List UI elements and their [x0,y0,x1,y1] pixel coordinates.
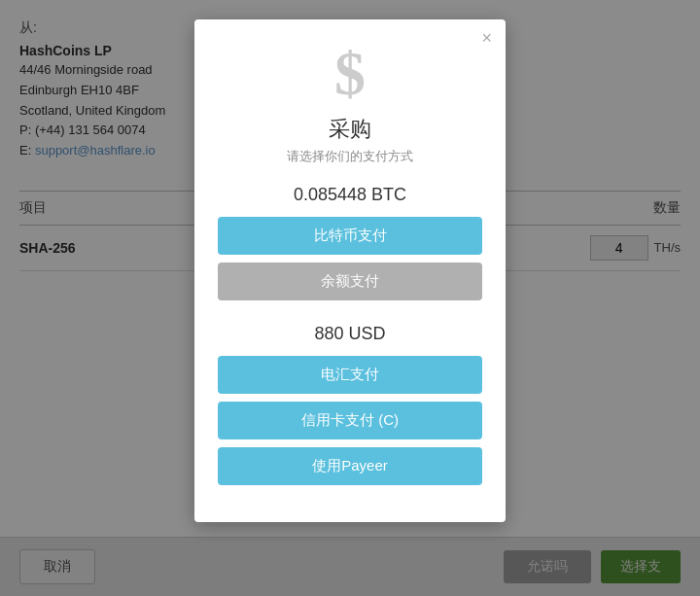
modal-subtitle: 请选择你们的支付方式 [218,148,482,165]
section-divider [218,308,482,324]
balance-pay-button[interactable]: 余额支付 [218,263,482,300]
credit-card-button[interactable]: 信用卡支付 (C) [218,402,482,439]
wire-transfer-button[interactable]: 电汇支付 [218,356,482,394]
modal-overlay: × $ 采购 请选择你们的支付方式 0.085448 BTC 比特币支付 余额支… [0,0,700,596]
payeer-button[interactable]: 使用Payeer [218,447,482,485]
dollar-icon: $ [218,43,482,105]
btc-amount: 0.085448 BTC [218,185,482,205]
modal-title: 采购 [218,115,482,144]
close-button[interactable]: × [481,29,492,47]
bitcoin-pay-button[interactable]: 比特币支付 [218,217,482,255]
dollar-icon-container: $ [218,43,482,105]
payment-modal: × $ 采购 请选择你们的支付方式 0.085448 BTC 比特币支付 余额支… [194,19,506,522]
usd-amount: 880 USD [218,324,482,344]
